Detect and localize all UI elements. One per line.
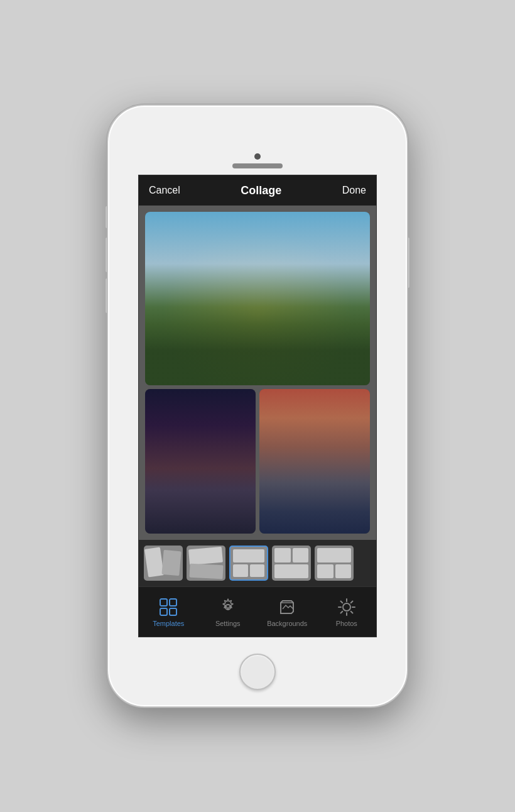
tab-backgrounds[interactable]: Backgrounds bbox=[258, 597, 317, 627]
photos-tab-label: Photos bbox=[336, 620, 357, 627]
svg-line-13 bbox=[350, 601, 352, 603]
speaker bbox=[232, 163, 283, 168]
svg-line-12 bbox=[350, 611, 352, 613]
svg-point-6 bbox=[343, 603, 350, 611]
collage-top-photo[interactable] bbox=[145, 212, 370, 385]
photos-icon bbox=[337, 597, 357, 617]
mute-button[interactable] bbox=[106, 206, 108, 228]
templates-tab-label: Templates bbox=[153, 620, 184, 627]
template-item-2[interactable] bbox=[187, 546, 225, 581]
template-item-1[interactable] bbox=[144, 546, 183, 581]
cancel-button[interactable]: Cancel bbox=[149, 185, 180, 196]
template-item-3[interactable] bbox=[229, 546, 268, 581]
tab-templates[interactable]: Templates bbox=[139, 597, 198, 627]
templates-icon bbox=[158, 597, 178, 617]
svg-rect-3 bbox=[170, 608, 176, 615]
building-photo bbox=[145, 212, 370, 385]
done-button[interactable]: Done bbox=[342, 185, 366, 196]
front-camera bbox=[254, 153, 261, 160]
volume-up-button[interactable] bbox=[106, 238, 108, 272]
collage-bottom-left-photo[interactable] bbox=[145, 389, 256, 534]
tab-settings[interactable]: Settings bbox=[198, 597, 258, 627]
tab-photos[interactable]: Photos bbox=[317, 597, 377, 627]
home-button[interactable] bbox=[239, 654, 276, 690]
template-item-5[interactable] bbox=[315, 546, 354, 581]
collage-bottom-row bbox=[145, 389, 370, 534]
volume-down-button[interactable] bbox=[106, 278, 108, 313]
tab-bar: Templates Settings bbox=[139, 586, 376, 637]
phone-screen: Cancel Collage Done bbox=[138, 175, 377, 637]
svg-line-14 bbox=[340, 611, 342, 613]
phone-bottom bbox=[108, 637, 407, 706]
phone-top bbox=[108, 106, 407, 175]
svg-line-11 bbox=[340, 601, 342, 603]
phone-device: Cancel Collage Done bbox=[107, 104, 408, 708]
nav-bar: Cancel Collage Done bbox=[139, 175, 376, 206]
settings-icon bbox=[218, 597, 238, 617]
power-button[interactable] bbox=[407, 238, 409, 288]
cruise-ship-photo bbox=[259, 389, 370, 534]
nav-title: Collage bbox=[241, 184, 281, 197]
template-item-4[interactable] bbox=[272, 546, 311, 581]
backgrounds-tab-label: Backgrounds bbox=[267, 620, 307, 627]
svg-rect-0 bbox=[160, 599, 167, 606]
collage-canvas bbox=[139, 206, 376, 540]
backgrounds-icon bbox=[277, 597, 297, 617]
template-strip bbox=[139, 540, 376, 586]
collage-bottom-right-photo[interactable] bbox=[259, 389, 370, 534]
settings-tab-label: Settings bbox=[215, 620, 241, 627]
night-lake-photo bbox=[145, 389, 256, 534]
svg-rect-2 bbox=[160, 608, 167, 615]
svg-rect-1 bbox=[170, 599, 176, 606]
